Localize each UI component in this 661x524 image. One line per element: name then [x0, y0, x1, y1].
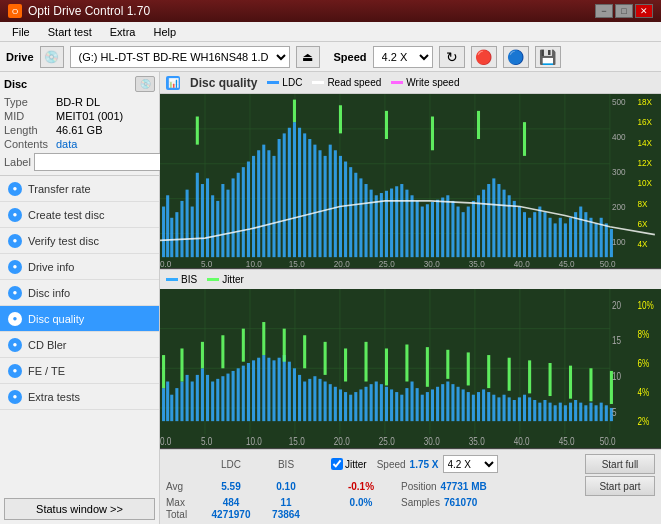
avg-row: Avg 5.59 0.10 -0.1% Position 47731 MB St…	[166, 476, 655, 496]
svg-rect-38	[278, 139, 281, 257]
nav-item-create-test-disc[interactable]: ●Create test disc	[0, 202, 159, 228]
mid-label: MID	[4, 110, 56, 122]
svg-rect-234	[595, 406, 598, 422]
start-part-button[interactable]: Start part	[585, 476, 655, 496]
nav-item-extra-tests[interactable]: ●Extra tests	[0, 384, 159, 410]
svg-rect-99	[589, 218, 592, 257]
eject-button[interactable]: ⏏	[296, 46, 320, 68]
svg-rect-68	[431, 202, 434, 257]
svg-rect-210	[472, 395, 475, 421]
svg-rect-247	[344, 349, 347, 382]
svg-rect-224	[543, 400, 546, 421]
svg-rect-102	[605, 223, 608, 257]
svg-rect-198	[411, 382, 414, 422]
status-window-button[interactable]: Status window >>	[4, 498, 155, 520]
jitter-max: 0.0%	[331, 497, 391, 508]
svg-rect-184	[339, 390, 342, 422]
bis-avg: 0.10	[261, 481, 311, 492]
save-button[interactable]: 💾	[535, 46, 561, 68]
legend-ldc-color	[267, 81, 279, 84]
svg-rect-199	[416, 389, 419, 422]
speed-select-top[interactable]: 4.2 X	[373, 46, 433, 68]
disc-icon-btn[interactable]: 💿	[135, 76, 155, 92]
nav-icon-verify-test-disc: ●	[8, 234, 22, 248]
svg-rect-86	[523, 212, 526, 257]
svg-rect-75	[467, 207, 470, 258]
legend-writespeed-color	[391, 81, 403, 84]
action-btn-1[interactable]: 🔴	[471, 46, 497, 68]
max-row: Max 484 11 0.0% Samples 761070	[166, 497, 655, 508]
maximize-button[interactable]: □	[615, 4, 633, 18]
minimize-button[interactable]: −	[595, 4, 613, 18]
svg-rect-183	[334, 387, 337, 421]
nav-item-disc-quality[interactable]: ●Disc quality	[0, 306, 159, 332]
nav-label-transfer-rate: Transfer rate	[28, 183, 91, 195]
svg-rect-222	[533, 400, 536, 421]
svg-rect-109	[477, 111, 480, 139]
svg-text:30.0: 30.0	[424, 435, 440, 447]
start-full-button[interactable]: Start full	[585, 454, 655, 474]
svg-text:6%: 6%	[637, 357, 649, 369]
nav-item-transfer-rate[interactable]: ●Transfer rate	[0, 176, 159, 202]
svg-rect-35	[262, 145, 265, 258]
svg-rect-178	[308, 379, 311, 421]
svg-rect-257	[549, 363, 552, 396]
svg-rect-170	[267, 358, 270, 421]
svg-rect-245	[303, 336, 306, 369]
jitter-col-header: Jitter	[345, 459, 367, 470]
svg-rect-216	[503, 395, 506, 421]
svg-rect-21	[191, 207, 194, 258]
menu-help[interactable]: Help	[145, 24, 184, 40]
menu-starttest[interactable]: Start test	[40, 24, 100, 40]
svg-text:10X: 10X	[637, 178, 652, 188]
svg-rect-215	[497, 398, 500, 422]
nav-item-cd-bler[interactable]: ●CD Bler	[0, 332, 159, 358]
menu-extra[interactable]: Extra	[102, 24, 144, 40]
svg-rect-242	[242, 329, 245, 362]
legend-readspeed-color	[312, 81, 324, 84]
close-button[interactable]: ✕	[635, 4, 653, 18]
svg-rect-230	[574, 400, 577, 421]
svg-text:300: 300	[612, 167, 626, 177]
svg-text:15: 15	[612, 335, 621, 347]
svg-rect-197	[405, 389, 408, 422]
total-row: Total 4271970 73864	[166, 509, 655, 520]
svg-rect-33	[252, 156, 255, 257]
action-btn-2[interactable]: 🔵	[503, 46, 529, 68]
refresh-button[interactable]: ↻	[439, 46, 465, 68]
drive-select[interactable]: (G:) HL-DT-ST BD-RE WH16NS48 1.D3	[70, 46, 290, 68]
svg-rect-155	[191, 382, 194, 422]
svg-rect-67	[426, 204, 429, 257]
svg-rect-250	[405, 345, 408, 382]
svg-rect-217	[508, 398, 511, 422]
svg-rect-54	[359, 178, 362, 257]
menu-file[interactable]: File	[4, 24, 38, 40]
svg-rect-206	[451, 385, 454, 422]
svg-rect-256	[528, 361, 531, 394]
charts-area: 0.0 5.0 10.0 15.0 20.0 25.0 30.0 35.0 40…	[160, 94, 661, 524]
svg-rect-238	[162, 355, 165, 388]
stats-bar: LDC BIS Jitter Speed 1.75 X 4.2 X St	[160, 449, 661, 524]
nav-item-disc-info[interactable]: ●Disc info	[0, 280, 159, 306]
svg-rect-188	[359, 390, 362, 422]
svg-rect-253	[467, 353, 470, 386]
svg-rect-229	[569, 403, 572, 422]
svg-rect-45	[313, 145, 316, 258]
label-input[interactable]	[34, 153, 167, 171]
svg-rect-15	[162, 207, 165, 258]
svg-text:0.0: 0.0	[160, 435, 171, 447]
svg-text:25.0: 25.0	[379, 435, 395, 447]
speed-stat-select[interactable]: 4.2 X	[443, 455, 498, 473]
nav-item-drive-info[interactable]: ●Drive info	[0, 254, 159, 280]
nav-item-fe-te[interactable]: ●FE / TE	[0, 358, 159, 384]
svg-rect-204	[441, 385, 444, 422]
nav-item-verify-test-disc[interactable]: ●Verify test disc	[0, 228, 159, 254]
svg-rect-91	[549, 218, 552, 257]
type-value: BD-R DL	[56, 96, 100, 108]
total-label: Total	[166, 509, 201, 520]
svg-text:50.0: 50.0	[600, 259, 616, 268]
svg-rect-208	[462, 390, 465, 422]
svg-rect-106	[339, 105, 342, 133]
svg-rect-251	[426, 348, 429, 388]
jitter-checkbox[interactable]	[331, 458, 343, 470]
